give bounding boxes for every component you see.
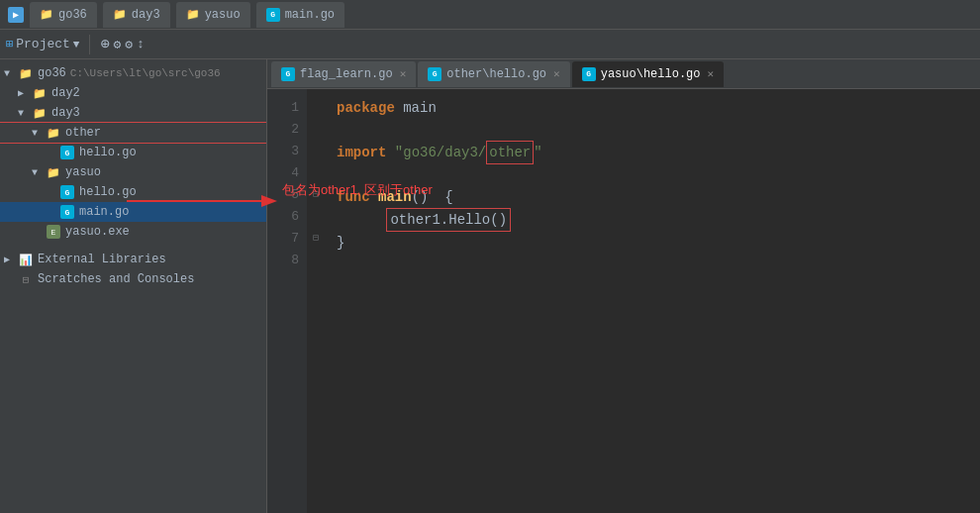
dropdown-arrow-icon[interactable]: ▼ [73, 39, 80, 51]
folder-icon: 📁 [113, 8, 127, 21]
external-libraries-item[interactable]: ▶ 📊 External Libraries [0, 250, 266, 269]
editor-tab-flag-learn[interactable]: G flag_learn.go ✕ [271, 61, 416, 87]
expand-arrow-icon: ▶ [4, 254, 18, 265]
go-file-icon: G [428, 67, 441, 81]
tree-item-yasuo-main[interactable]: G main.go [0, 202, 266, 222]
code-text [386, 142, 394, 163]
tree-item-yasuo-exe[interactable]: E yasuo.exe [0, 222, 266, 242]
tab-close-icon[interactable]: ✕ [400, 67, 407, 80]
editor-area: G flag_learn.go ✕ G other\hello.go ✕ G y… [267, 59, 980, 513]
code-container: 1 2 3 4 5 6 7 8 ⊟ ⊟ [267, 89, 980, 513]
title-tab-main-go[interactable]: G main.go [256, 2, 344, 28]
code-line-6: other1.Hello() [337, 208, 968, 232]
code-content[interactable]: package main import "go36/day3/other" fu [325, 89, 980, 513]
tree-label-go36: go36 [38, 66, 66, 80]
scratches-item[interactable]: ⊟ Scratches and Consoles [0, 269, 266, 289]
sidebar: ▼ 📁 go36 C:\Users\lt\go\src\go36 ▶ 📁 day… [0, 59, 267, 513]
tree-label-other-hello: hello.go [79, 146, 137, 159]
tree-label-day2: day2 [51, 86, 80, 100]
title-tab-go36[interactable]: 📁 go36 [30, 2, 97, 28]
code-brace-close: } [337, 232, 344, 254]
title-tab-yasuo[interactable]: 📁 yasuo [176, 2, 250, 28]
title-bar: ▶ 📁 go36 📁 day3 📁 yasuo G main.go [0, 0, 980, 30]
tree-label-yasuo-exe: yasuo.exe [65, 225, 130, 239]
title-tab-label: yasuo [205, 8, 241, 22]
keyword-package: package [337, 97, 395, 119]
expand-arrow-icon: ▼ [4, 68, 18, 79]
go-file-icon: G [59, 184, 75, 200]
tree-label-yasuo: yasuo [65, 165, 101, 179]
code-text: main [403, 97, 437, 119]
title-tab-label: day3 [132, 8, 160, 22]
settings-icon[interactable]: ⚙ [113, 37, 121, 52]
toolbar-divider [89, 35, 90, 54]
func-name-main: main [378, 186, 412, 208]
file-tree: ▼ 📁 go36 C:\Users\lt\go\src\go36 ▶ 📁 day… [0, 59, 266, 246]
external-libraries-label: External Libraries [38, 253, 166, 266]
toolbar: ⊞ Project ▼ ⊕ ⚙ ⚙ ↕ [0, 30, 980, 59]
tree-item-other-hello[interactable]: G hello.go [0, 143, 266, 162]
tree-item-go36-root[interactable]: ▼ 📁 go36 C:\Users\lt\go\src\go36 [0, 63, 266, 83]
keyword-func: func [337, 186, 370, 208]
keyword-import: import [337, 142, 386, 163]
code-line-8 [337, 254, 968, 275]
library-icon: 📊 [18, 252, 34, 267]
expand-arrow-icon: ▼ [32, 167, 46, 178]
import-string-end: " [534, 142, 541, 163]
code-line-7: } [337, 232, 968, 254]
code-line-1: package main [337, 97, 968, 119]
folder-icon: 📁 [40, 8, 53, 21]
tree-label-day3: day3 [51, 106, 80, 120]
tree-item-other[interactable]: ▼ 📁 other [0, 123, 266, 143]
collapse-icon[interactable]: ↕ [137, 37, 145, 51]
go-file-icon: G [281, 67, 295, 81]
expand-arrow-icon: ▼ [18, 108, 32, 119]
code-line-2 [337, 119, 968, 141]
folder-icon: 📁 [46, 164, 61, 180]
go-file-icon: G [59, 145, 75, 160]
code-line-5: func main () { [337, 186, 968, 208]
folder-icon: 📁 [32, 85, 48, 101]
gutter: ⊟ ⊟ [307, 89, 325, 513]
tree-label-yasuo-main: main.go [79, 205, 129, 219]
tab-close-icon[interactable]: ✕ [708, 67, 715, 80]
import-string-start: "go36/day3/ [395, 142, 486, 163]
exe-icon: E [46, 224, 61, 240]
editor-tab-other-hello[interactable]: G other\hello.go ✕ [418, 61, 569, 87]
folder-icon: 📁 [18, 65, 34, 81]
go-file-icon: G [582, 67, 596, 81]
tree-item-day2[interactable]: ▶ 📁 day2 [0, 83, 266, 103]
folder-icon: 📁 [32, 105, 48, 121]
go-file-icon: G [266, 8, 280, 22]
tree-label-other: other [65, 126, 101, 140]
scratch-icon: ⊟ [18, 271, 34, 287]
line-numbers: 1 2 3 4 5 6 7 8 [267, 89, 307, 513]
import-other-highlight: other [486, 141, 534, 164]
code-line-4 [337, 164, 968, 186]
editor-tab-yasuo-hello[interactable]: G yasuo\hello.go ✕ [572, 61, 724, 87]
gear2-icon[interactable]: ⚙ [125, 37, 133, 52]
project-icon: ⊞ [6, 37, 13, 51]
add-icon[interactable]: ⊕ [100, 35, 109, 53]
editor-tabs: G flag_learn.go ✕ G other\hello.go ✕ G y… [267, 59, 980, 89]
app-icon: ▶ [8, 7, 24, 23]
title-tab-day3[interactable]: 📁 day3 [103, 2, 170, 28]
tab-label: yasuo\hello.go [601, 67, 701, 81]
tree-item-yasuo[interactable]: ▼ 📁 yasuo [0, 162, 266, 182]
code-text [395, 97, 403, 119]
annotation-container: G hello.go [0, 143, 266, 162]
tree-label-yasuo-hello: hello.go [79, 185, 137, 199]
tree-item-day3[interactable]: ▼ 📁 day3 [0, 103, 266, 123]
tree-root-path: C:\Users\lt\go\src\go36 [70, 67, 221, 79]
scratches-label: Scratches and Consoles [38, 272, 194, 286]
main-layout: ▼ 📁 go36 C:\Users\lt\go\src\go36 ▶ 📁 day… [0, 59, 980, 513]
go-file-icon: G [59, 204, 75, 220]
code-text: () { [412, 186, 453, 208]
code-line-3: import "go36/day3/other" [337, 141, 968, 164]
project-toolbar-section: ⊞ Project ▼ [6, 37, 79, 51]
tab-close-icon[interactable]: ✕ [553, 67, 560, 80]
tab-label: other\hello.go [446, 67, 546, 81]
project-label: Project [16, 37, 70, 51]
other1-hello-highlight: other1.Hello() [386, 208, 511, 232]
tree-item-yasuo-hello[interactable]: G hello.go [0, 182, 266, 202]
